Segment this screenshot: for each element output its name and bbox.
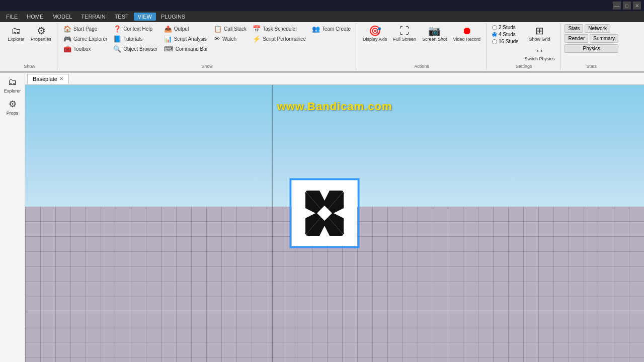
menu-file[interactable]: FILE <box>2 13 22 21</box>
script-analysis-button[interactable]: 📊 Script Analysis <box>162 34 210 44</box>
grid-2studs-label: 2 Studs <box>499 25 516 30</box>
ribbon-group-show: 🏠 Start Page 🎮 Game Explorer 🧰 Toolbox ❓ <box>58 23 356 70</box>
settings-buttons-col: ⊞ Show Grid ↔ Switch Physics <box>522 24 557 63</box>
physics-button[interactable]: Physics <box>565 44 618 53</box>
full-screen-icon: ⛶ <box>399 26 410 36</box>
explorer-icon: 🗂 <box>11 26 21 36</box>
grid-16studs-radio[interactable] <box>492 39 497 44</box>
team-create-button[interactable]: 👥 Team Create <box>310 24 353 34</box>
sidebar-explorer-label: Explorer <box>4 88 21 94</box>
baseplate-tab-label: Baseplate <box>33 76 57 82</box>
settings-group-label: Settings <box>516 63 532 69</box>
task-scheduler-button[interactable]: 📅 Task Scheduler <box>251 24 308 34</box>
task-scheduler-label: Task Scheduler <box>263 26 297 32</box>
menu-plugins[interactable]: PLUGINS <box>157 13 189 21</box>
properties-icon: ⚙ <box>37 26 46 36</box>
properties-button[interactable]: ⚙ Properties <box>28 24 54 43</box>
show-grid-label: Show Grid <box>529 37 550 42</box>
title-bar-controls[interactable]: — □ ✕ <box>613 2 641 10</box>
script-performance-icon: ⚡ <box>253 35 261 43</box>
object-browser-button[interactable]: 🔍 Object Browser <box>111 44 159 54</box>
close-button[interactable]: ✕ <box>633 2 641 10</box>
call-stack-icon: 📋 <box>214 25 222 33</box>
full-screen-button[interactable]: ⛶ Full Screen <box>390 24 419 43</box>
show-col-1: 🏠 Start Page 🎮 Game Explorer 🧰 Toolbox <box>61 24 109 54</box>
network-button[interactable]: Network <box>585 24 610 33</box>
toolbox-label: Toolbox <box>73 46 91 52</box>
output-button[interactable]: 📤 Output <box>162 24 210 34</box>
toolbox-icon: 🧰 <box>63 45 71 53</box>
ribbon-group-actions: 🎯 Display Axis ⛶ Full Screen 📷 Screen Sh… <box>357 23 487 70</box>
grid-16studs-label: 16 Studs <box>499 39 518 44</box>
script-analysis-icon: 📊 <box>164 35 172 43</box>
baseplate-tab[interactable]: Baseplate ✕ <box>27 74 69 84</box>
screen-shot-button[interactable]: 📷 Screen Shot <box>420 24 450 43</box>
show-group-label2: Show <box>201 63 213 69</box>
sidebar-properties-button[interactable]: ⚙ Props <box>3 97 23 117</box>
explorer-button[interactable]: 🗂 Explorer <box>5 24 27 43</box>
menu-view[interactable]: VIEW <box>134 13 156 21</box>
menu-home[interactable]: HOME <box>23 13 47 21</box>
game-explorer-label: Game Explorer <box>73 36 107 42</box>
actions-group-label: Actions <box>414 63 429 69</box>
grid-16studs[interactable]: 16 Studs <box>491 38 520 45</box>
show-col-3: 📤 Output 📊 Script Analysis ⌨ Command Bar <box>162 24 210 54</box>
video-record-button[interactable]: ⏺ Video Record <box>451 24 483 43</box>
menu-model[interactable]: MODEL <box>48 13 76 21</box>
start-page-icon: 🏠 <box>63 25 71 33</box>
grid-4studs[interactable]: 4 Studs <box>491 31 520 38</box>
sidebar-left: 🗂 Explorer ⚙ Props <box>0 73 25 362</box>
context-help-icon: ❓ <box>113 25 121 33</box>
show-col-5: 📅 Task Scheduler ⚡ Script Performance <box>251 24 308 44</box>
grid-2studs-radio[interactable] <box>492 25 497 30</box>
minimize-button[interactable]: — <box>613 2 621 10</box>
sidebar-explorer-icon: 🗂 <box>8 77 17 87</box>
menu-bar: FILE HOME MODEL TERRAIN TEST VIEW PLUGIN… <box>0 11 644 22</box>
actions-buttons: 🎯 Display Axis ⛶ Full Screen 📷 Screen Sh… <box>360 24 483 63</box>
selected-object[interactable] <box>292 180 357 246</box>
show-grid-button[interactable]: ⊞ Show Grid <box>522 24 557 43</box>
sidebar-explorer-button[interactable]: 🗂 Explorer <box>3 75 23 95</box>
output-icon: 📤 <box>164 25 172 33</box>
command-bar-button[interactable]: ⌨ Command Bar <box>162 44 210 54</box>
watch-button[interactable]: 👁 Watch <box>212 34 249 44</box>
call-stack-button[interactable]: 📋 Call Stack <box>212 24 249 34</box>
ribbon-group-explorer-props: 🗂 Explorer ⚙ Properties Show <box>2 23 57 70</box>
task-scheduler-icon: 📅 <box>253 25 261 33</box>
vertical-separator <box>272 85 273 362</box>
stats-group-label: Stats <box>586 63 597 69</box>
ribbon-group-settings: 2 Studs 4 Studs 16 Studs ⊞ Show Grid <box>488 23 561 70</box>
object-browser-label: Object Browser <box>123 46 157 52</box>
watch-label: Watch <box>222 36 236 42</box>
toolbox-button[interactable]: 🧰 Toolbox <box>61 44 109 54</box>
switch-physics-button[interactable]: ↔ Switch Physics <box>522 44 557 63</box>
summary-button[interactable]: Summary <box>590 34 618 43</box>
stats-button[interactable]: Stats <box>565 24 583 33</box>
video-record-label: Video Record <box>453 37 480 42</box>
menu-test[interactable]: TEST <box>111 13 133 21</box>
show-col-6: 👥 Team Create <box>310 24 353 34</box>
render-button[interactable]: Render <box>565 34 588 43</box>
display-axis-button[interactable]: 🎯 Display Axis <box>360 24 390 43</box>
maximize-button[interactable]: □ <box>623 2 631 10</box>
object-browser-icon: 🔍 <box>113 45 121 53</box>
call-stack-label: Call Stack <box>224 26 247 32</box>
command-bar-icon: ⌨ <box>164 45 174 53</box>
baseplate-tab-close[interactable]: ✕ <box>59 76 63 81</box>
tutorials-button[interactable]: 📘 Tutorials <box>111 34 159 44</box>
command-bar-label: Command Bar <box>176 46 208 52</box>
game-explorer-button[interactable]: 🎮 Game Explorer <box>61 34 109 44</box>
menu-terrain[interactable]: TERRAIN <box>77 13 109 21</box>
bandicam-watermark: www.Bandicam.com <box>277 100 392 113</box>
viewport[interactable]: www.Bandicam.com <box>25 85 644 362</box>
screen-shot-icon: 📷 <box>428 26 441 36</box>
grid-2studs[interactable]: 2 Studs <box>491 24 520 31</box>
display-axis-label: Display Axis <box>363 37 387 42</box>
start-page-button[interactable]: 🏠 Start Page <box>61 24 109 34</box>
context-help-button[interactable]: ❓ Context Help <box>111 24 159 34</box>
context-help-label: Context Help <box>123 26 152 32</box>
ribbon: 🗂 Explorer ⚙ Properties Show 🏠 Start Pag… <box>0 22 644 71</box>
grid-4studs-radio[interactable] <box>492 32 497 37</box>
script-performance-button[interactable]: ⚡ Script Performance <box>251 34 308 44</box>
watch-icon: 👁 <box>214 35 220 43</box>
